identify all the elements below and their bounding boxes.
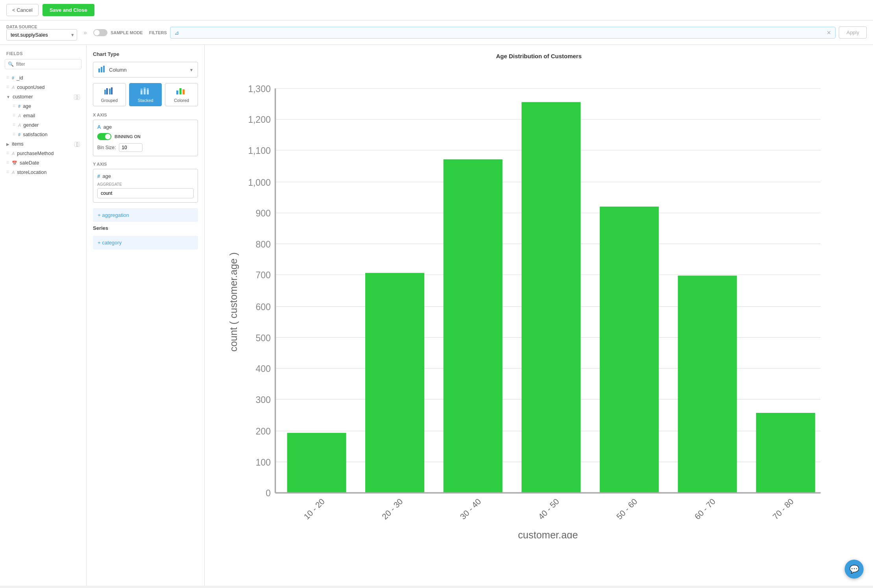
field-item-age[interactable]: ⠿ # age <box>6 102 86 111</box>
aggregate-label: AGGREGATE <box>97 182 194 187</box>
subtype-grouped[interactable]: Grouped <box>93 83 126 106</box>
binning-toggle-row: BINNING ON <box>97 133 194 140</box>
x-axis-section: X Axis A age BINNING ON Bin Size: <box>93 113 198 156</box>
field-item-storelocation[interactable]: ⠿ A storeLocation <box>0 168 86 177</box>
x-label-50-60: 50 - 60 <box>614 497 639 521</box>
field-item-email[interactable]: ⠿ A email <box>6 111 86 120</box>
svg-rect-9 <box>144 89 146 94</box>
chat-button[interactable]: 💬 <box>845 560 864 579</box>
y-axis-label-text: count ( customer.age ) <box>228 252 239 351</box>
save-close-button[interactable]: Save and Close <box>43 4 94 16</box>
datasource-select[interactable]: test.supplySales <box>6 29 77 41</box>
aggregate-select[interactable]: count sum avg min max <box>97 188 194 198</box>
svg-rect-15 <box>183 89 185 94</box>
bin-size-input[interactable] <box>119 143 142 152</box>
x-label-20-30: 20 - 30 <box>380 497 405 521</box>
field-group-customer[interactable]: ▼ customer {} <box>0 92 86 102</box>
chart-type-dropdown[interactable]: Column ▾ <box>93 62 198 78</box>
add-aggregation-button[interactable]: + aggregation <box>93 208 198 222</box>
field-item-satisfaction[interactable]: ⠿ # satisfaction <box>6 130 86 139</box>
filter-icon: ⊿ <box>174 30 179 36</box>
x-axis-label: X Axis <box>93 113 198 117</box>
field-group-items[interactable]: ▶ items [] <box>0 139 86 149</box>
x-field-name: A age <box>97 124 194 130</box>
bar-70-80 <box>756 413 815 493</box>
svg-text:400: 400 <box>255 364 271 374</box>
series-label: Series <box>93 225 198 231</box>
field-item-gender[interactable]: ⠿ A gender <box>6 120 86 130</box>
add-category-button[interactable]: + category <box>93 236 198 250</box>
svg-text:100: 100 <box>255 457 271 468</box>
svg-rect-14 <box>179 88 181 94</box>
drag-handle: ⠿ <box>13 123 16 127</box>
x-label-30-40: 30 - 40 <box>458 497 483 521</box>
chat-icon: 💬 <box>849 564 859 574</box>
column-chart-icon <box>98 65 106 74</box>
dropdown-arrow-icon: ▾ <box>190 67 193 73</box>
svg-rect-8 <box>141 89 142 91</box>
filters-label: Filters <box>149 30 167 35</box>
svg-rect-0 <box>98 68 100 72</box>
svg-text:500: 500 <box>255 333 271 343</box>
y-axis-field-box: # age AGGREGATE count sum avg min max <box>93 169 198 203</box>
bar-30-40 <box>444 159 503 493</box>
datasource-label: Data Source <box>6 24 77 29</box>
subtype-grouped-label: Grouped <box>95 98 124 103</box>
chart-config-panel: Chart Type Column ▾ <box>87 45 205 586</box>
hash-icon: # <box>18 104 20 109</box>
bar-chart: count ( customer.age ) 0 100 200 300 400… <box>213 66 865 538</box>
drag-handle: ⠿ <box>6 161 9 165</box>
date-icon: 📅 <box>12 161 17 166</box>
svg-text:600: 600 <box>255 302 271 312</box>
svg-rect-3 <box>104 90 106 94</box>
svg-rect-12 <box>147 88 149 90</box>
cancel-button[interactable]: < Cancel <box>6 4 39 16</box>
bar-10-20 <box>287 433 346 493</box>
apply-button[interactable]: Apply <box>839 26 867 39</box>
chart-area: Age Distribution of Customers count ( cu… <box>205 45 873 586</box>
x-field-type-icon: A <box>97 124 101 130</box>
svg-text:1,200: 1,200 <box>248 115 271 125</box>
y-field-type-icon: # <box>97 173 100 179</box>
field-item-id[interactable]: ⠿ # _id <box>0 73 86 83</box>
chart-title: Age Distribution of Customers <box>213 53 865 59</box>
subtype-stacked[interactable]: Stacked <box>129 83 162 106</box>
str-icon: A <box>12 85 15 90</box>
field-item-couponused[interactable]: ⠿ A couponUsed <box>0 83 86 92</box>
group-badge: [] <box>74 142 80 147</box>
subtype-colored-label: Colored <box>167 98 196 103</box>
chart-subtypes: Grouped Stacked <box>93 83 198 106</box>
filter-input[interactable] <box>182 30 824 35</box>
chart-type-label: Chart Type <box>93 51 198 57</box>
drag-handle: ⠿ <box>13 114 16 118</box>
sample-mode-label: Sample Mode <box>111 30 143 35</box>
chevron-down-icon: ▼ <box>6 95 10 99</box>
drag-handle: ⠿ <box>13 104 16 108</box>
grouped-icon <box>95 87 124 96</box>
main-layout: FIELDS 🔍 ⠿ # _id ⠿ A couponUsed ▼ custom… <box>0 45 873 586</box>
binning-label: BINNING ON <box>115 134 141 139</box>
svg-text:800: 800 <box>255 239 271 250</box>
chart-type-value: Column <box>109 67 187 73</box>
field-search-input[interactable] <box>5 59 81 69</box>
field-group-label: items <box>12 141 24 147</box>
drag-handle: ⠿ <box>6 85 9 89</box>
drag-handle: ⠿ <box>6 152 9 155</box>
x-label-60-70: 60 - 70 <box>693 497 717 521</box>
subtype-colored[interactable]: Colored <box>165 83 198 106</box>
field-item-saledate[interactable]: ⠿ 📅 saleDate <box>0 158 86 168</box>
field-group-label: customer <box>13 94 33 100</box>
sample-mode-toggle[interactable] <box>93 29 107 36</box>
hash-icon: # <box>12 76 14 80</box>
binning-toggle[interactable] <box>97 133 111 140</box>
x-label-70-80: 70 - 80 <box>771 497 795 521</box>
drag-handle: ⠿ <box>6 76 9 80</box>
filter-clear-icon[interactable]: ✕ <box>827 30 831 36</box>
field-label: gender <box>23 122 39 128</box>
sample-mode-toggle-wrap: Sample Mode <box>93 29 143 36</box>
y-field-name: # age <box>97 173 194 179</box>
str-icon: A <box>12 170 15 175</box>
field-item-purchasemethod[interactable]: ⠿ A purchaseMethod <box>0 149 86 158</box>
search-wrap: 🔍 <box>0 59 86 73</box>
svg-rect-5 <box>109 89 111 94</box>
